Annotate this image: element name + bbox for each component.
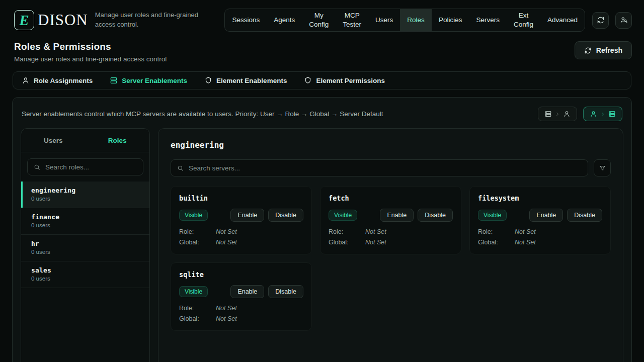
enable-button[interactable]: Enable [380,209,414,222]
nav-item-my-config[interactable]: My Config [302,9,336,31]
global-label: Global: [329,239,365,246]
page-title: Roles & Permissions [14,41,167,52]
app-logo: E DISON [14,10,88,30]
role-user-count: 0 users [31,276,139,282]
role-user-count: 0 users [31,249,139,255]
server-cards-grid: builtin Visible Enable Disable Role: Not… [171,186,611,331]
roles-sidebar: Users Roles engineering 0 users finance … [21,128,150,362]
tab-element-enablements[interactable]: Element Enablements [204,76,287,84]
disable-button[interactable]: Disable [268,285,303,298]
disable-button[interactable]: Disable [268,209,303,222]
global-value: Not Set [365,239,453,246]
visibility-badge: Visible [179,210,208,221]
role-user-count: 0 users [31,196,139,202]
nav-item-agents[interactable]: Agents [267,9,302,31]
card-details: Role: Not Set Global: Not Set [329,228,453,246]
section-tabs: Role Assignments Server Enablements Elem… [13,71,631,89]
role-name: hr [31,240,139,247]
global-value: Not Set [216,315,303,322]
tab-server-enablements[interactable]: Server Enablements [110,76,187,84]
top-nav: Sessions Agents My Config MCP Tester Use… [224,9,585,32]
app-tagline: Manage user roles and fine-grained acces… [95,11,213,30]
role-value: Not Set [365,228,453,235]
visibility-badge: Visible [478,210,507,221]
sync-icon-button[interactable] [592,12,609,29]
card-actions: Visible Enable Disable [329,209,453,222]
nav-item-mcp-tester[interactable]: MCP Tester [336,9,368,31]
user-icon [22,76,30,84]
global-value: Not Set [216,239,303,246]
page-subtitle: Manage user roles and fine-grained acces… [14,55,167,63]
visibility-badge: Visible [329,210,357,221]
refresh-icon [584,47,592,54]
role-label: Role: [179,228,216,235]
chevron-right-icon [555,112,560,117]
logo-initial: E [19,12,29,29]
shield-icon [304,76,312,84]
view-toggles [538,107,622,121]
sync-icon [597,16,605,24]
role-user-count: 0 users [31,222,139,228]
page-header: Roles & Permissions Manage user roles an… [0,38,644,63]
search-icon [33,163,41,171]
enable-button[interactable]: Enable [230,285,264,298]
role-list-item-hr[interactable]: hr 0 users [21,235,149,261]
tab-label: Element Enablements [216,77,287,84]
role-list-item-finance[interactable]: finance 0 users [21,208,149,235]
server-name: sqlite [179,270,303,279]
disable-button[interactable]: Disable [567,209,602,222]
tab-label: Role Assignments [34,77,93,84]
enablements-info-text: Server enablements control which MCP ser… [22,110,383,118]
role-list: engineering 0 users finance 0 users hr 0… [21,182,149,288]
nav-item-policies[interactable]: Policies [432,9,469,31]
nav-item-users[interactable]: Users [368,9,400,31]
nav-item-sessions[interactable]: Sessions [225,9,267,31]
roles-search [27,158,143,175]
servers-search-row [171,159,611,176]
user-icon [563,110,571,118]
servers-search [171,159,588,176]
role-label: Role: [179,305,216,312]
server-icon [608,110,616,118]
shield-icon [204,76,212,84]
card-details: Role: Not Set Global: Not Set [179,305,303,322]
user-key-button[interactable] [615,12,632,29]
logo-mark: E [14,10,34,30]
selected-role-title: engineering [171,140,611,150]
user-icon [590,110,597,118]
card-actions: Visible Enable Disable [179,209,303,222]
refresh-button[interactable]: Refresh [575,41,632,59]
server-name: fetch [329,194,453,202]
user-first-view-toggle[interactable] [583,107,622,121]
tab-element-permissions[interactable]: Element Permissions [304,76,385,84]
nav-item-servers[interactable]: Servers [469,9,507,31]
nav-item-ext-config[interactable]: Ext Config [507,9,540,31]
role-list-item-engineering[interactable]: engineering 0 users [21,182,149,208]
card-actions: Visible Enable Disable [179,285,303,298]
roles-search-input[interactable] [45,163,137,171]
role-name: finance [31,213,139,221]
disable-button[interactable]: Disable [418,209,453,222]
role-name: sales [31,266,139,274]
tab-role-assignments[interactable]: Role Assignments [22,76,93,84]
server-card-sqlite: sqlite Visible Enable Disable Role: Not … [171,262,312,331]
nav-item-advanced[interactable]: Advanced [540,9,585,31]
card-details: Role: Not Set Global: Not Set [179,228,303,246]
server-card-filesystem: filesystem Visible Enable Disable Role: … [469,186,611,254]
sidebar-tabs: Users Roles [21,129,149,152]
tab-label: Element Permissions [316,77,385,84]
chevron-right-icon [600,112,605,117]
filter-button[interactable] [594,159,611,176]
server-first-view-toggle[interactable] [538,107,577,121]
card-details: Role: Not Set Global: Not Set [478,228,602,246]
refresh-button-label: Refresh [596,46,622,54]
servers-search-input[interactable] [189,164,582,172]
sidebar-tab-users[interactable]: Users [21,129,86,152]
role-list-item-sales[interactable]: sales 0 users [21,261,149,288]
visibility-badge: Visible [179,286,208,297]
enable-button[interactable]: Enable [230,209,264,222]
sidebar-tab-roles[interactable]: Roles [86,129,150,152]
enable-button[interactable]: Enable [529,209,563,222]
global-label: Global: [179,239,216,246]
nav-item-roles[interactable]: Roles [400,9,432,31]
